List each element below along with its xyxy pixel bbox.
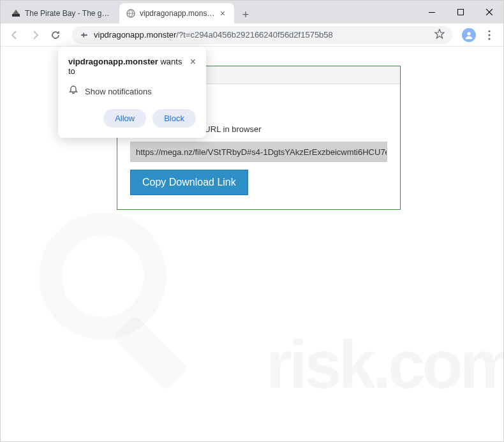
tab-title: The Pirate Bay - The galaxy's m <box>25 9 113 18</box>
maximize-button[interactable] <box>446 1 475 24</box>
svg-point-9 <box>488 30 490 32</box>
favicon-piratebay <box>11 8 21 18</box>
watermark-magnifier-handle <box>112 314 189 391</box>
watermark-text: risk.com <box>266 327 504 403</box>
page-content: risk.com 2025 Copy and paste the URL in … <box>1 47 503 441</box>
watermark-magnifier-circle <box>39 212 167 340</box>
site-info-icon[interactable] <box>80 31 89 40</box>
tab-vipdragonapp[interactable]: vipdragonapp.monster/?t=c294 × <box>119 3 234 24</box>
allow-button[interactable]: Allow <box>103 109 146 128</box>
favicon-generic <box>126 8 136 18</box>
tab-pirate-bay[interactable]: The Pirate Bay - The galaxy's m <box>4 3 119 24</box>
bell-icon <box>68 85 78 98</box>
url-text: vipdragonapp.monster/?t=c294a0456b292166… <box>94 30 429 40</box>
reload-button[interactable] <box>47 26 64 44</box>
profile-button[interactable] <box>460 26 478 44</box>
svg-rect-2 <box>429 12 435 13</box>
tab-bar: The Pirate Bay - The galaxy's m vipdrago… <box>1 1 503 24</box>
notification-permission-popup: vipdragonapp.monster wants to × Show not… <box>58 47 206 138</box>
notification-permission-text: Show notifications <box>85 87 152 96</box>
notification-site-name: vipdragonapp.monster <box>68 57 158 66</box>
download-url-field[interactable]: https://mega.nz/file/VStTRbyD#s4-1DgtsYA… <box>130 142 387 162</box>
notification-title: vipdragonapp.monster wants to <box>68 57 190 76</box>
svg-point-8 <box>467 32 470 35</box>
back-button[interactable] <box>6 26 24 44</box>
svg-point-10 <box>488 34 490 36</box>
svg-rect-0 <box>12 14 20 17</box>
kebab-menu-icon[interactable] <box>480 26 498 44</box>
address-bar[interactable]: vipdragonapp.monster/?t=c294a0456b292166… <box>72 26 452 44</box>
window-controls <box>417 1 503 24</box>
browser-window: The Pirate Bay - The galaxy's m vipdrago… <box>0 0 504 442</box>
toolbar: vipdragonapp.monster/?t=c294a0456b292166… <box>1 24 503 47</box>
new-tab-button[interactable]: + <box>237 6 255 24</box>
svg-point-11 <box>488 38 490 40</box>
close-icon[interactable]: × <box>218 8 228 18</box>
url-domain: vipdragonapp.monster <box>94 30 176 40</box>
tab-title: vipdragonapp.monster/?t=c294 <box>140 9 215 18</box>
svg-rect-3 <box>457 10 463 15</box>
block-button[interactable]: Block <box>152 109 196 128</box>
url-path: /?t=c294a0456b292166240f56d2f1575b58 <box>176 30 332 40</box>
close-icon[interactable]: × <box>190 57 196 67</box>
bookmark-star-icon[interactable] <box>434 29 445 41</box>
svg-rect-7 <box>83 33 84 37</box>
avatar <box>462 28 476 42</box>
forward-button[interactable] <box>26 26 44 44</box>
close-window-button[interactable] <box>475 1 503 24</box>
copy-download-link-button[interactable]: Copy Download Link <box>130 170 248 195</box>
minimize-button[interactable] <box>417 1 446 24</box>
